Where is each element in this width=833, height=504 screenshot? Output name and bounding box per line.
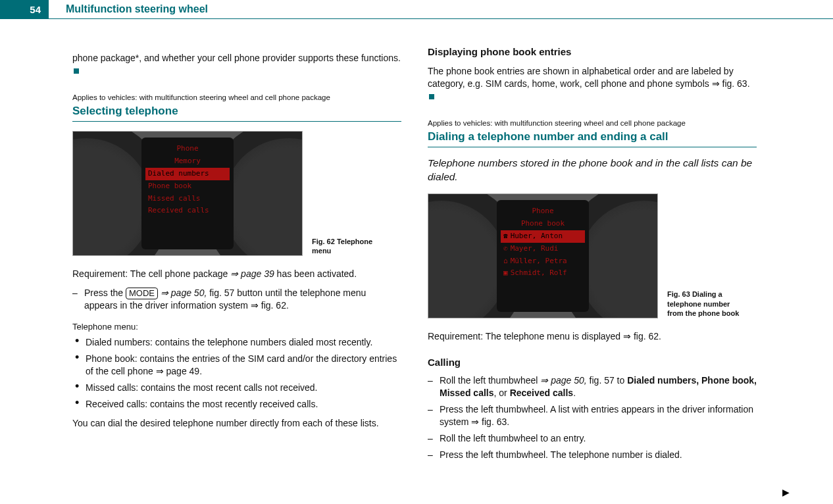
figure-62-caption: Fig. 62 Telephone menu <box>312 237 391 257</box>
telephone-menu-list: Dialed numbers: contains the telephone n… <box>72 336 401 410</box>
figure-62-image: Phone Memory Dialed numbers Phone book M… <box>72 131 303 256</box>
right-column: Displaying phone book entries The phone … <box>428 45 757 470</box>
list-item: Phone book: contains the entries of the … <box>72 353 401 378</box>
applies-note: Applies to vehicles: with multifunction … <box>72 93 401 103</box>
continue-arrow-icon: ▶ <box>782 487 790 497</box>
figure-63-image: Phone Phone book ☎Huber, Anton ✆Mayer, R… <box>428 193 658 318</box>
list-item: Dialed numbers: contains the telephone n… <box>72 336 401 349</box>
fig62-line: Received calls <box>145 205 230 217</box>
intro-continuation: phone package*, and whether your cell ph… <box>72 52 401 77</box>
fig63-line: Phone book <box>501 218 585 230</box>
closing-text: You can dial the desired telephone numbe… <box>72 417 401 430</box>
fig62-line: Memory <box>145 155 230 168</box>
fig63-line: Phone <box>501 205 585 218</box>
displaying-body: The phone book entries are shown in alph… <box>428 65 757 103</box>
step-item: –Press the left thumbwheel. A list with … <box>428 403 757 428</box>
left-column: phone package*, and whether your cell ph… <box>72 45 401 470</box>
fig63-line-selected: ☎Huber, Anton <box>501 230 585 243</box>
telephone-menu-label: Telephone menu: <box>72 321 401 333</box>
step-item: – Roll the left thumbwheel ⇒ page 50, fi… <box>428 374 757 399</box>
fig63-line: ▣Schmidt, Rolf <box>501 267 585 280</box>
applies-note: Applies to vehicles: with multifunction … <box>428 118 757 129</box>
topic-selecting-telephone: Selecting telephone <box>72 104 401 122</box>
page-header: 54 Multifunction steering wheel <box>0 0 833 18</box>
figure-62: Phone Memory Dialed numbers Phone book M… <box>72 131 401 256</box>
list-item: Received calls: contains the most recent… <box>72 398 401 411</box>
end-mark-icon <box>429 94 434 99</box>
fig62-line-selected: Dialed numbers <box>145 168 230 180</box>
requirement-text: Requirement: The cell phone package ⇒ pa… <box>72 268 401 280</box>
step-item: –Roll the left thumbwheel to an entry. <box>428 432 757 445</box>
end-mark-icon <box>74 68 79 74</box>
fig62-line: Phone <box>145 143 230 155</box>
requirement-text: Requirement: The telephone menu is displ… <box>428 330 757 343</box>
list-item: Missed calls: contains the most recent c… <box>72 382 401 394</box>
mode-button-label: MODE <box>126 288 158 299</box>
topic-dialing: Dialing a telephone number and ending a … <box>428 130 757 147</box>
displaying-heading: Displaying phone book entries <box>428 45 757 59</box>
figure-63-caption: Fig. 63 Dialing a telephone number from … <box>667 290 746 319</box>
fig62-line: Missed calls <box>145 193 230 205</box>
topic-intro: Telephone numbers stored in the phone bo… <box>428 157 757 184</box>
step-press-mode: – Press the MODE ⇒ page 50, fig. 57 butt… <box>72 287 401 312</box>
step-item: –Press the left thumbwheel. The telephon… <box>428 449 757 461</box>
figure-63: Phone Phone book ☎Huber, Anton ✆Mayer, R… <box>428 193 757 318</box>
fig62-line: Phone book <box>145 180 230 193</box>
fig63-line: ⌂Müller, Petra <box>501 255 585 268</box>
calling-heading: Calling <box>428 356 757 369</box>
page-number: 54 <box>0 0 49 18</box>
fig63-line: ✆Mayer, Rudi <box>501 243 585 255</box>
section-title: Multifunction steering wheel <box>49 0 208 18</box>
